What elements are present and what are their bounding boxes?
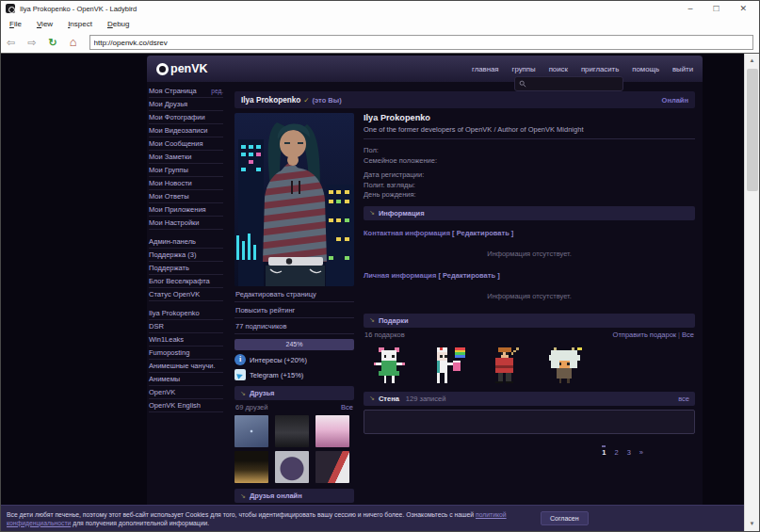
scroll-up-icon[interactable]: ▲ [745, 54, 759, 68]
boost-rating-link[interactable]: Повысить рейтинг [234, 302, 354, 318]
sidebar-item-win1leaks[interactable]: Win1Leaks [149, 333, 223, 347]
url-bar[interactable] [89, 35, 753, 50]
scroll-down-icon[interactable]: ▼ [745, 517, 759, 531]
profile-status[interactable]: One of the former developers of OpenVK /… [364, 125, 695, 139]
contact-info-empty: Информация отсутствует. [364, 250, 695, 258]
sidebar-item-anime-chan[interactable]: Анимешные чанучи. [149, 360, 223, 373]
close-icon[interactable] [739, 1, 747, 16]
friend-avatar[interactable] [234, 415, 268, 447]
sidebar-item-my-videos[interactable]: Мои Видеозаписи [149, 124, 223, 137]
sidebar-item-my-groups[interactable]: Мои Группы [149, 164, 223, 177]
friend-avatar[interactable] [275, 415, 309, 447]
contact-info-title: Контактная информация [ Редактировать ] [364, 229, 695, 237]
openvk-logo-icon [156, 63, 169, 75]
nav-search-link[interactable]: поиск [549, 65, 568, 73]
friends-count: 69 друзей [235, 403, 267, 411]
sidebar-item-admin-panel[interactable]: Админ-панель [149, 235, 223, 249]
titlebar[interactable]: Ilya Prokopenko - OpenVK - Ladybird [1, 1, 759, 16]
minimize-icon[interactable] [687, 1, 692, 16]
maximize-icon[interactable] [713, 1, 719, 16]
collapse-icon [369, 395, 375, 402]
refresh-icon[interactable] [48, 33, 57, 52]
profile-photo[interactable] [234, 113, 354, 286]
sidebar-item-openvk[interactable]: OpenVK [149, 386, 223, 399]
gifts-row [364, 345, 695, 386]
nav-home-link[interactable]: главная [472, 65, 499, 73]
page-2[interactable]: 2 [614, 445, 618, 457]
sidebar-item-ilya[interactable]: Ilya Prokopenko [149, 307, 223, 320]
sidebar-item-my-page[interactable]: Моя Страницаред. [149, 85, 223, 98]
sidebar-item-my-settings[interactable]: Мои Настройки [149, 217, 223, 230]
menu-file[interactable]: File [9, 20, 22, 28]
wall-post-input[interactable] [364, 410, 695, 434]
friend-avatar[interactable] [234, 451, 268, 483]
sidebar-item-donate[interactable]: Поддержать [149, 262, 223, 275]
scrollbar-thumb[interactable] [747, 69, 758, 191]
telegram-boost[interactable]: Telegram (+15%) [234, 369, 354, 380]
its-you-label: (это Вы) [313, 96, 342, 105]
verified-check-icon: ✓ [303, 96, 309, 105]
sidebar-item-my-answers[interactable]: Мои Ответы [149, 190, 223, 203]
search-bar[interactable] [514, 76, 623, 91]
sidebar-edit-link[interactable]: ред. [211, 87, 223, 95]
gift-image[interactable] [484, 345, 527, 386]
menu-inspect[interactable]: Inspect [68, 20, 92, 28]
openvk-logo[interactable]: penVK [156, 62, 208, 75]
sidebar-item-openvk-english[interactable]: OpenVK English [149, 399, 223, 412]
wall-header[interactable]: Стена 129 записей все [364, 392, 695, 406]
friend-avatar[interactable] [315, 415, 349, 447]
edit-page-link[interactable]: Редактировать страницу [234, 286, 354, 302]
gifts-header[interactable]: Подарки [364, 314, 695, 328]
friends-header[interactable]: Друзья [234, 386, 354, 400]
gifts-all-link[interactable]: Все [682, 330, 694, 339]
sidebar-item-my-messages[interactable]: Мои Сообщения [149, 137, 223, 151]
sidebar-item-my-news[interactable]: Мои Новости [149, 177, 223, 190]
nav-help-link[interactable]: помощь [632, 65, 659, 73]
nav-logout-link[interactable]: выйти [672, 65, 693, 73]
sidebar-item-my-photos[interactable]: Мои Фотографии [149, 111, 223, 124]
home-icon[interactable] [70, 33, 77, 52]
friend-avatar[interactable] [315, 451, 349, 483]
gift-image[interactable] [367, 345, 411, 386]
sidebar-item-my-notes[interactable]: Мои Заметки [149, 151, 223, 164]
page-1[interactable]: 1 [602, 445, 606, 457]
nav-invite-link[interactable]: пригласить [581, 65, 619, 73]
nav-groups-link[interactable]: группы [512, 65, 536, 73]
gift-image[interactable] [426, 345, 469, 386]
page-next[interactable]: » [639, 445, 643, 457]
search-icon [519, 80, 526, 88]
sidebar-item-my-apps[interactable]: Мои Приложения [149, 203, 223, 217]
wall-all-link[interactable]: все [678, 395, 689, 403]
field-birthday: День рождения: [364, 190, 695, 201]
sidebar-item-fumoposting[interactable]: Fumoposting [149, 347, 223, 360]
contact-info-edit-link[interactable]: [ Редактировать ] [452, 229, 513, 237]
subscribers-link[interactable]: 77 подписчиков [234, 318, 354, 334]
page-viewport: penVK главная группы поиск пригласить по… [1, 53, 759, 531]
sidebar-item-status[interactable]: Статус OpenVK [149, 288, 223, 301]
field-political-views: Полит. взгляды: [364, 181, 695, 191]
sidebar-item-my-friends[interactable]: Мои Друзья [149, 98, 223, 111]
menu-debug[interactable]: Debug [107, 20, 130, 28]
personal-info-edit-link[interactable]: [ Редактировать ] [438, 271, 499, 280]
browser-window: Ilya Prokopenko - OpenVK - Ladybird File… [0, 0, 760, 532]
sidebar-group-service: Админ-панель Поддержка (3) Поддержать Бл… [149, 235, 223, 301]
send-gift-link[interactable]: Отправить подарок [613, 330, 677, 339]
friends-all-link[interactable]: Все [341, 403, 353, 411]
friends-online-header[interactable]: Друзья онлайн [234, 489, 354, 503]
cookie-accept-button[interactable]: Согласен [541, 511, 589, 525]
sidebar-item-support[interactable]: Поддержка (3) [149, 249, 223, 262]
sidebar-item-blog[interactable]: Блог Веселкрафта [149, 275, 223, 288]
interests-boost[interactable]: Интересы (+20%) [234, 354, 354, 365]
main-area: Ilya Prokopenko ✓ (это Вы) Онлайн [227, 82, 703, 524]
information-header[interactable]: Информация [364, 206, 695, 220]
page-3[interactable]: 3 [627, 445, 631, 457]
scrollbar[interactable]: ▲ ▼ [744, 54, 759, 531]
sidebar-item-dsr[interactable]: DSR [149, 320, 223, 333]
back-icon[interactable] [7, 33, 15, 52]
gift-image[interactable] [542, 345, 586, 386]
forward-icon[interactable] [27, 33, 36, 52]
sidebar-item-animemes[interactable]: Анимемы [149, 373, 223, 386]
sidebar-group-bookmarks: Ilya Prokopenko DSR Win1Leaks Fumopostin… [149, 307, 223, 412]
friend-avatar[interactable] [275, 451, 309, 483]
menu-view[interactable]: View [37, 20, 53, 28]
